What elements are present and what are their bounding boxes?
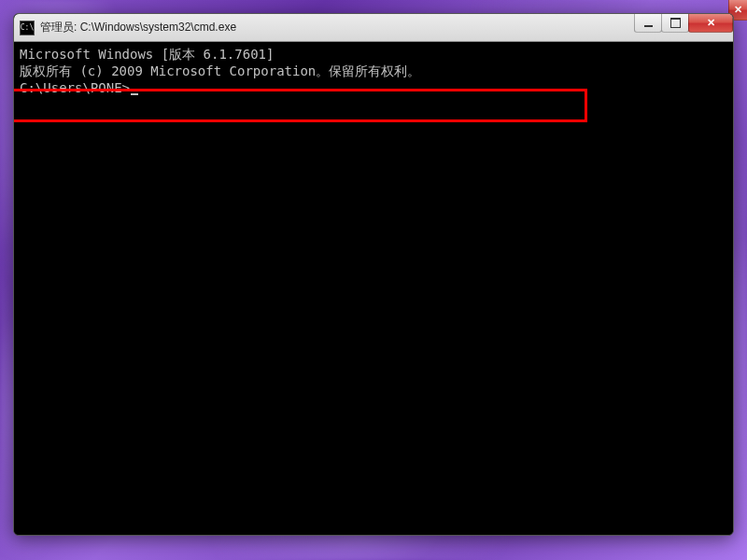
maximize-button[interactable] [661,14,689,33]
window-control-buttons [635,14,733,33]
minimize-button[interactable] [634,14,662,33]
console-area[interactable]: Microsoft Windows [版本 6.1.7601] 版权所有 (c)… [14,42,733,535]
window-title: 管理员: C:\Windows\system32\cmd.exe [40,20,236,35]
console-line-copyright: 版权所有 (c) 2009 Microsoft Corporation。保留所有… [20,63,727,79]
prompt-text: C:\Users\PONE> [20,80,130,95]
cmd-window: C:\ 管理员: C:\Windows\system32\cmd.exe Mic… [13,13,734,536]
cursor-icon [131,93,138,95]
console-line-version: Microsoft Windows [版本 6.1.7601] [20,46,727,63]
console-prompt-line: C:\Users\PONE> [20,79,727,96]
cmd-icon: C:\ [20,21,35,35]
close-button[interactable] [688,14,733,33]
titlebar[interactable]: C:\ 管理员: C:\Windows\system32\cmd.exe [14,14,733,42]
